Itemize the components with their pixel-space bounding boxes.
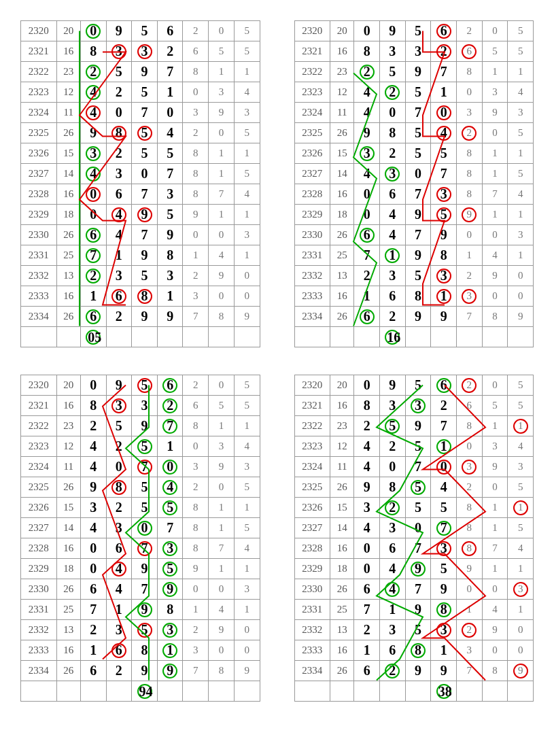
digit-cell: 2: [106, 498, 132, 518]
period-cell: 2327: [294, 518, 330, 538]
table-row: 2325269854205: [294, 477, 534, 498]
period-cell: 2323: [294, 82, 330, 103]
tail-cell: 4: [482, 600, 508, 620]
green-circle-marker: [162, 582, 177, 597]
digit-cell: 6: [380, 286, 406, 307]
digit-cell: 5: [157, 559, 183, 579]
digit-cell: 2: [106, 436, 132, 457]
digit-cell: 6: [157, 21, 183, 41]
tail-cell: 3: [234, 579, 260, 600]
digit-cell: 2: [354, 266, 380, 286]
sum-cell: 26: [56, 661, 80, 681]
green-circle-marker: [162, 419, 177, 434]
tail-cell: 2: [456, 375, 482, 396]
tail-cell: 8: [456, 62, 482, 82]
period-cell: 2328: [21, 538, 57, 559]
red-circle-marker: [462, 623, 477, 638]
digit-cell: 9: [405, 245, 431, 266]
tail-cell: 5: [234, 123, 260, 143]
digit-cell: 4: [80, 436, 106, 457]
digit-cell: 3: [354, 498, 380, 518]
red-circle-marker: [513, 500, 528, 515]
table-row: 2331257198141: [21, 600, 260, 620]
table-row: 2328160673874: [294, 184, 534, 205]
red-circle-marker: [86, 187, 101, 202]
tail-cell: 3: [482, 82, 508, 103]
period-cell: 2329: [294, 205, 330, 225]
digit-cell: 7: [80, 600, 106, 620]
tail-cell: 9: [508, 307, 534, 327]
digit-cell: 3: [106, 518, 132, 538]
table-row: 2332132353290: [21, 620, 260, 640]
green-circle-marker: [385, 419, 400, 434]
tail-cell: 0: [234, 286, 260, 307]
digit-cell: 7: [80, 245, 106, 266]
digit-cell: 9: [157, 661, 183, 681]
red-circle-marker: [436, 24, 451, 39]
red-circle-marker: [137, 378, 152, 393]
tail-cell: 0: [482, 21, 508, 41]
sum-cell: 16: [330, 286, 354, 307]
period-cell: 2323: [21, 436, 57, 457]
tail-cell: 1: [508, 205, 534, 225]
sum-cell: 15: [330, 498, 354, 518]
period-cell: 2321: [21, 396, 57, 416]
tail-cell: 7: [482, 184, 508, 205]
digit-cell: 3: [431, 266, 457, 286]
digit-cell: 9: [157, 225, 183, 245]
table-row: 2320200956205: [294, 21, 534, 41]
sum-cell: 26: [330, 579, 354, 600]
digit-cell: 1: [106, 600, 132, 620]
sum-cell: 25: [56, 245, 80, 266]
period-cell: 2324: [21, 103, 57, 123]
red-circle-marker: [462, 378, 477, 393]
table-row: 2322232597811: [294, 62, 534, 82]
table-row: 2326153255811: [21, 143, 260, 164]
period-cell: 2328: [294, 184, 330, 205]
tail-cell: 1: [508, 559, 534, 579]
tail-cell: 1: [508, 62, 534, 82]
tail-cell: 3: [456, 640, 482, 661]
tail-cell: 5: [234, 518, 260, 538]
digit-cell: 4: [354, 436, 380, 457]
red-circle-marker: [111, 562, 126, 577]
digit-cell: 9: [380, 21, 406, 41]
digit-cell: 9: [132, 245, 158, 266]
tail-cell: 5: [209, 41, 235, 62]
table-row: 2321168332655: [294, 396, 534, 416]
tail-cell: 9: [508, 661, 534, 681]
tail-cell: 3: [234, 457, 260, 477]
digit-cell: 7: [132, 538, 158, 559]
digit-cell: 3: [80, 498, 106, 518]
charts-grid: 2320200956205232116833265523222325978112…: [14, 14, 540, 708]
tail-cell: 6: [456, 41, 482, 62]
digit-cell: 0: [354, 375, 380, 396]
digit-cell: 0: [132, 518, 158, 538]
sum-cell: 20: [56, 21, 80, 41]
digit-cell: 2: [157, 41, 183, 62]
digit-cell: 7: [431, 518, 457, 538]
period-cell: 2320: [294, 21, 330, 41]
digit-cell: 5: [106, 416, 132, 436]
digit-cell: 1: [354, 286, 380, 307]
tail-cell: 9: [482, 103, 508, 123]
digit-cell: 3: [380, 396, 406, 416]
tail-cell: 1: [234, 62, 260, 82]
digit-cell: 8: [354, 396, 380, 416]
period-cell: 2331: [21, 600, 57, 620]
table-row: 2324114070393: [294, 457, 534, 477]
sum-cell: 20: [56, 375, 80, 396]
table-row: 2331257198141: [294, 245, 534, 266]
tail-cell: 2: [456, 21, 482, 41]
tail-cell: 6: [183, 396, 209, 416]
red-circle-marker: [436, 623, 451, 638]
digit-cell: 5: [132, 143, 158, 164]
green-circle-marker: [411, 643, 426, 658]
digit-cell: 9: [380, 375, 406, 396]
red-circle-marker: [462, 289, 477, 304]
tail-cell: 5: [234, 375, 260, 396]
table-row: 2329180495911: [21, 559, 260, 579]
period-cell: 2325: [21, 123, 57, 143]
digit-cell: 5: [132, 620, 158, 640]
digit-cell: 3: [157, 620, 183, 640]
